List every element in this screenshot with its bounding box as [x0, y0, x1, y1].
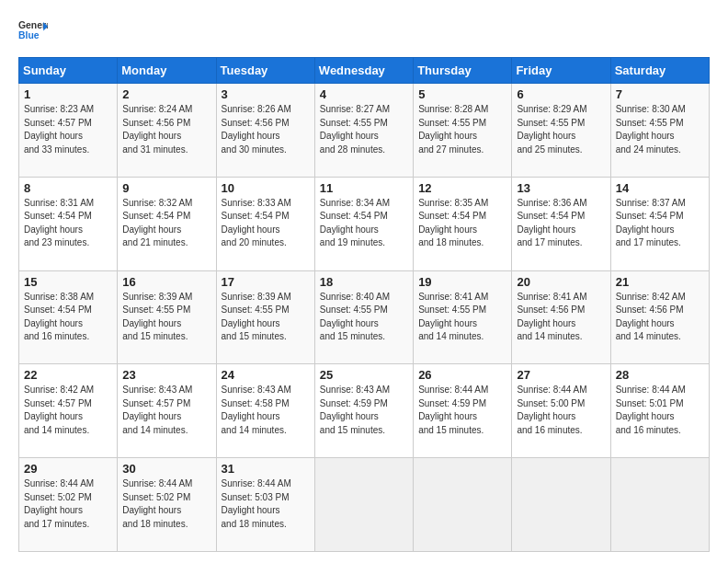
- calendar-cell: 3 Sunrise: 8:26 AM Sunset: 4:56 PM Dayli…: [216, 84, 314, 178]
- day-info: Sunrise: 8:41 AM Sunset: 4:56 PM Dayligh…: [517, 291, 605, 344]
- calendar-cell: 13 Sunrise: 8:36 AM Sunset: 4:54 PM Dayl…: [512, 177, 610, 270]
- day-number: 26: [418, 368, 506, 382]
- day-info: Sunrise: 8:44 AM Sunset: 5:02 PM Dayligh…: [24, 477, 112, 531]
- day-info: Sunrise: 8:40 AM Sunset: 4:55 PM Dayligh…: [320, 291, 408, 344]
- day-number: 18: [320, 275, 408, 289]
- day-info: Sunrise: 8:38 AM Sunset: 4:54 PM Dayligh…: [24, 291, 112, 344]
- day-info: Sunrise: 8:29 AM Sunset: 4:55 PM Dayligh…: [517, 103, 605, 156]
- day-info: Sunrise: 8:32 AM Sunset: 4:54 PM Dayligh…: [122, 197, 210, 250]
- header-monday: Monday: [118, 58, 216, 84]
- day-info: Sunrise: 8:43 AM Sunset: 4:57 PM Dayligh…: [122, 384, 210, 437]
- calendar-cell: 14 Sunrise: 8:37 AM Sunset: 4:54 PM Dayl…: [610, 177, 709, 270]
- day-number: 23: [122, 368, 210, 382]
- day-number: 20: [517, 275, 605, 289]
- calendar-week-4: 22 Sunrise: 8:42 AM Sunset: 4:57 PM Dayl…: [19, 364, 710, 458]
- calendar-cell: 31 Sunrise: 8:44 AM Sunset: 5:03 PM Dayl…: [216, 458, 314, 552]
- day-info: Sunrise: 8:30 AM Sunset: 4:55 PM Dayligh…: [616, 103, 704, 156]
- day-info: Sunrise: 8:26 AM Sunset: 4:56 PM Dayligh…: [222, 103, 310, 156]
- day-info: Sunrise: 8:39 AM Sunset: 4:55 PM Dayligh…: [122, 291, 210, 344]
- day-info: Sunrise: 8:31 AM Sunset: 4:54 PM Dayligh…: [24, 197, 112, 250]
- header-thursday: Thursday: [414, 58, 512, 84]
- day-number: 22: [24, 368, 112, 382]
- day-number: 5: [418, 87, 506, 101]
- calendar-cell: 15 Sunrise: 8:38 AM Sunset: 4:54 PM Dayl…: [19, 270, 118, 364]
- day-number: 8: [24, 181, 112, 195]
- calendar-week-3: 15 Sunrise: 8:38 AM Sunset: 4:54 PM Dayl…: [19, 270, 710, 364]
- calendar-cell: 16 Sunrise: 8:39 AM Sunset: 4:55 PM Dayl…: [118, 270, 216, 364]
- day-number: 17: [222, 275, 310, 289]
- calendar-cell: 25 Sunrise: 8:43 AM Sunset: 4:59 PM Dayl…: [314, 364, 413, 458]
- calendar-cell: [314, 458, 413, 552]
- header-sunday: Sunday: [19, 58, 118, 84]
- calendar-cell: [610, 458, 709, 552]
- header-saturday: Saturday: [610, 58, 709, 84]
- day-number: 6: [517, 87, 605, 101]
- header: General Blue: [18, 15, 710, 48]
- day-number: 14: [616, 181, 704, 195]
- calendar-cell: 22 Sunrise: 8:42 AM Sunset: 4:57 PM Dayl…: [19, 364, 118, 458]
- day-info: Sunrise: 8:44 AM Sunset: 5:02 PM Dayligh…: [122, 477, 210, 531]
- calendar-cell: 19 Sunrise: 8:41 AM Sunset: 4:55 PM Dayl…: [414, 270, 512, 364]
- logo-svg: General Blue: [18, 15, 48, 48]
- calendar-cell: 24 Sunrise: 8:43 AM Sunset: 4:58 PM Dayl…: [216, 364, 314, 458]
- day-number: 28: [616, 368, 704, 382]
- day-number: 4: [320, 87, 408, 101]
- calendar-week-2: 8 Sunrise: 8:31 AM Sunset: 4:54 PM Dayli…: [19, 177, 710, 270]
- day-number: 1: [24, 87, 112, 101]
- day-info: Sunrise: 8:43 AM Sunset: 4:59 PM Dayligh…: [320, 384, 408, 437]
- calendar-cell: 23 Sunrise: 8:43 AM Sunset: 4:57 PM Dayl…: [118, 364, 216, 458]
- day-info: Sunrise: 8:44 AM Sunset: 5:03 PM Dayligh…: [222, 477, 310, 531]
- day-number: 12: [418, 181, 506, 195]
- day-number: 16: [122, 275, 210, 289]
- calendar-cell: 21 Sunrise: 8:42 AM Sunset: 4:56 PM Dayl…: [610, 270, 709, 364]
- day-info: Sunrise: 8:27 AM Sunset: 4:55 PM Dayligh…: [320, 103, 408, 156]
- day-info: Sunrise: 8:37 AM Sunset: 4:54 PM Dayligh…: [616, 197, 704, 250]
- calendar-cell: 6 Sunrise: 8:29 AM Sunset: 4:55 PM Dayli…: [512, 84, 610, 178]
- day-info: Sunrise: 8:35 AM Sunset: 4:54 PM Dayligh…: [418, 197, 506, 250]
- calendar-cell: 2 Sunrise: 8:24 AM Sunset: 4:56 PM Dayli…: [118, 84, 216, 178]
- calendar-table: Sunday Monday Tuesday Wednesday Thursday…: [18, 57, 710, 552]
- day-info: Sunrise: 8:41 AM Sunset: 4:55 PM Dayligh…: [418, 291, 506, 344]
- header-friday: Friday: [512, 58, 610, 84]
- day-info: Sunrise: 8:42 AM Sunset: 4:56 PM Dayligh…: [616, 291, 704, 344]
- day-info: Sunrise: 8:28 AM Sunset: 4:55 PM Dayligh…: [418, 103, 506, 156]
- day-number: 27: [517, 368, 605, 382]
- day-number: 21: [616, 275, 704, 289]
- day-number: 13: [517, 181, 605, 195]
- day-info: Sunrise: 8:24 AM Sunset: 4:56 PM Dayligh…: [122, 103, 210, 156]
- day-number: 24: [222, 368, 310, 382]
- calendar-cell: 9 Sunrise: 8:32 AM Sunset: 4:54 PM Dayli…: [118, 177, 216, 270]
- calendar-cell: [512, 458, 610, 552]
- header-tuesday: Tuesday: [216, 58, 314, 84]
- calendar-cell: 30 Sunrise: 8:44 AM Sunset: 5:02 PM Dayl…: [118, 458, 216, 552]
- day-info: Sunrise: 8:44 AM Sunset: 4:59 PM Dayligh…: [418, 384, 506, 437]
- day-info: Sunrise: 8:34 AM Sunset: 4:54 PM Dayligh…: [320, 197, 408, 250]
- day-info: Sunrise: 8:39 AM Sunset: 4:55 PM Dayligh…: [222, 291, 310, 344]
- calendar-cell: 7 Sunrise: 8:30 AM Sunset: 4:55 PM Dayli…: [610, 84, 709, 178]
- calendar-cell: 4 Sunrise: 8:27 AM Sunset: 4:55 PM Dayli…: [314, 84, 413, 178]
- day-number: 10: [222, 181, 310, 195]
- calendar-cell: 26 Sunrise: 8:44 AM Sunset: 4:59 PM Dayl…: [414, 364, 512, 458]
- calendar-cell: 12 Sunrise: 8:35 AM Sunset: 4:54 PM Dayl…: [414, 177, 512, 270]
- calendar-cell: 29 Sunrise: 8:44 AM Sunset: 5:02 PM Dayl…: [19, 458, 118, 552]
- calendar-cell: 27 Sunrise: 8:44 AM Sunset: 5:00 PM Dayl…: [512, 364, 610, 458]
- calendar-cell: [414, 458, 512, 552]
- header-wednesday: Wednesday: [314, 58, 413, 84]
- day-info: Sunrise: 8:36 AM Sunset: 4:54 PM Dayligh…: [517, 197, 605, 250]
- calendar-week-1: 1 Sunrise: 8:23 AM Sunset: 4:57 PM Dayli…: [19, 84, 710, 178]
- svg-text:Blue: Blue: [18, 30, 40, 40]
- day-number: 7: [616, 87, 704, 101]
- calendar-cell: 18 Sunrise: 8:40 AM Sunset: 4:55 PM Dayl…: [314, 270, 413, 364]
- day-info: Sunrise: 8:42 AM Sunset: 4:57 PM Dayligh…: [24, 384, 112, 437]
- calendar-header: Sunday Monday Tuesday Wednesday Thursday…: [19, 58, 710, 84]
- day-header-row: Sunday Monday Tuesday Wednesday Thursday…: [19, 58, 710, 84]
- logo: General Blue: [18, 15, 48, 48]
- day-number: 19: [418, 275, 506, 289]
- calendar-cell: 11 Sunrise: 8:34 AM Sunset: 4:54 PM Dayl…: [314, 177, 413, 270]
- day-number: 9: [122, 181, 210, 195]
- calendar-cell: 1 Sunrise: 8:23 AM Sunset: 4:57 PM Dayli…: [19, 84, 118, 178]
- calendar-cell: 17 Sunrise: 8:39 AM Sunset: 4:55 PM Dayl…: [216, 270, 314, 364]
- day-number: 15: [24, 275, 112, 289]
- day-info: Sunrise: 8:23 AM Sunset: 4:57 PM Dayligh…: [24, 103, 112, 156]
- calendar-week-5: 29 Sunrise: 8:44 AM Sunset: 5:02 PM Dayl…: [19, 458, 710, 552]
